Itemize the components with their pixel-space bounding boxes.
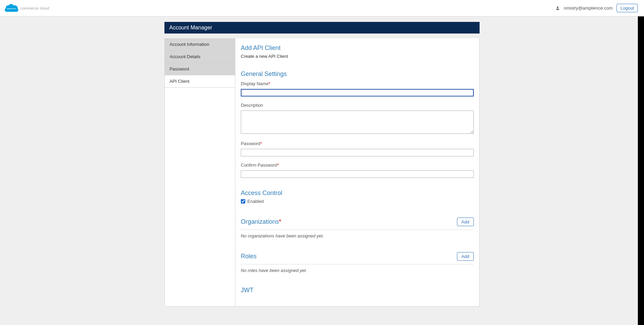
enabled-label: Enabled [247, 199, 264, 204]
access-control-title: Access Control [241, 190, 474, 197]
sidebar-item-account-information[interactable]: Account Information [165, 38, 235, 51]
topbar: salesforce commerce cloud nmistry@amplie… [0, 0, 644, 16]
user-icon [556, 6, 560, 10]
panel-body: Account Information Account Details Pass… [164, 38, 480, 307]
sidebar: Account Information Account Details Pass… [165, 38, 235, 306]
logo: salesforce commerce cloud [4, 3, 49, 13]
add-api-client-subtitle: Create a new API Client [241, 54, 474, 59]
panel-header: Account Manager [164, 22, 480, 34]
description-label: Description [241, 103, 474, 108]
roles-header: Roles Add [241, 252, 474, 264]
roles-title: Roles [241, 253, 257, 260]
page-wrap: Account Manager Account Information Acco… [164, 22, 480, 307]
organizations-header: Organizations* Add [241, 218, 474, 230]
sidebar-item-account-details[interactable]: Account Details [165, 51, 235, 63]
add-organization-button[interactable]: Add [457, 218, 474, 226]
jwt-title: JWT [241, 287, 474, 294]
description-input[interactable] [241, 110, 474, 134]
organizations-empty: No organizations have been assigned yet. [241, 233, 474, 238]
add-api-client-title: Add API Client [241, 44, 474, 52]
confirm-password-label: Confirm Password* [241, 162, 474, 168]
user-email: nmistry@amplience.com [564, 5, 613, 11]
sidebar-item-api-client[interactable]: API Client [165, 75, 235, 88]
add-role-button[interactable]: Add [457, 252, 474, 261]
enabled-checkbox[interactable] [241, 199, 245, 204]
salesforce-cloud-icon: salesforce [4, 3, 18, 13]
svg-text:salesforce: salesforce [7, 7, 16, 9]
general-settings-title: General Settings [241, 70, 474, 78]
logout-button[interactable]: Logout [617, 4, 638, 12]
display-name-input[interactable] [241, 89, 474, 96]
password-input[interactable] [241, 149, 474, 156]
user-area: nmistry@amplience.com Logout [556, 4, 638, 12]
right-edge-gutter [638, 16, 644, 325]
display-name-label: Display Name* [241, 81, 474, 86]
organizations-title: Organizations* [241, 218, 281, 225]
logo-text: commerce cloud [21, 6, 49, 10]
sidebar-item-password[interactable]: Password [165, 63, 235, 75]
content: Add API Client Create a new API Client G… [235, 38, 479, 306]
confirm-password-input[interactable] [241, 170, 474, 178]
password-label: Password* [241, 141, 474, 146]
roles-empty: No roles have been assigned yet. [241, 268, 474, 273]
